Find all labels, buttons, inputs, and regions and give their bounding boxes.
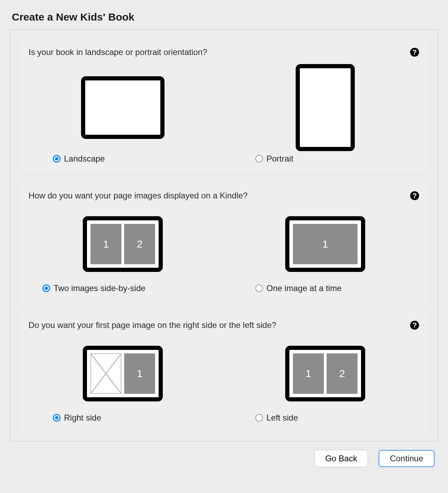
firstpage-question: Do you want your first page image on the… — [29, 320, 419, 330]
radio-dot — [53, 155, 61, 163]
right-side-illustration[interactable]: 1 — [83, 341, 163, 407]
svg-text:?: ? — [413, 48, 417, 56]
page-tile-1: 1 — [293, 224, 358, 264]
landscape-illustration[interactable] — [81, 68, 165, 148]
device-frame: 1 — [83, 346, 163, 401]
radio-label: Two images side-by-side — [54, 283, 145, 293]
radio-dot — [255, 284, 263, 292]
radio-landscape[interactable]: Landscape — [29, 154, 105, 164]
left-side-illustration[interactable]: 1 2 — [285, 341, 365, 407]
svg-text:?: ? — [413, 321, 417, 329]
radio-label: Right side — [64, 413, 101, 423]
help-icon[interactable]: ? — [410, 320, 419, 330]
page-tile-1: 1 — [124, 353, 155, 394]
device-frame: 1 2 — [83, 216, 163, 272]
option-one-image: 1 One image at a time — [231, 211, 419, 293]
two-images-illustration[interactable]: 1 2 — [83, 211, 163, 277]
radio-label: One image at a time — [266, 283, 342, 293]
option-landscape: Landscape — [29, 68, 217, 164]
page-title: Create a New Kids' Book — [12, 11, 438, 23]
continue-button[interactable]: Continue — [378, 450, 435, 467]
page-tile-1: 1 — [90, 224, 121, 264]
orientation-question: Is your book in landscape or portrait or… — [29, 47, 419, 57]
device-frame-portrait — [296, 64, 355, 151]
radio-right-side[interactable]: Right side — [29, 413, 101, 423]
one-image-illustration[interactable]: 1 — [285, 211, 365, 277]
portrait-illustration[interactable] — [296, 68, 355, 148]
option-portrait: Portrait — [231, 68, 419, 164]
button-row: Go Back Continue — [10, 450, 438, 467]
display-question: How do you want your page images display… — [29, 191, 419, 201]
radio-dot — [255, 414, 263, 422]
option-right-side: 1 Right side — [29, 341, 217, 423]
radio-two-images[interactable]: Two images side-by-side — [29, 283, 145, 293]
radio-label: Landscape — [64, 154, 105, 164]
window: Create a New Kids' Book Is your book in … — [0, 0, 448, 474]
go-back-button[interactable]: Go Back — [314, 450, 368, 467]
page-tile-2: 2 — [327, 353, 358, 394]
main-panel: Is your book in landscape or portrait or… — [10, 29, 438, 441]
page-tile-1: 1 — [293, 353, 324, 394]
option-two-images: 1 2 Two images side-by-side — [29, 211, 217, 293]
section-firstpage: Do you want your first page image on the… — [18, 310, 430, 433]
svg-text:?: ? — [413, 191, 417, 199]
radio-dot — [255, 155, 263, 163]
device-frame: 1 2 — [285, 346, 365, 401]
orientation-options: Landscape Portrait — [29, 68, 419, 164]
section-display: How do you want your page images display… — [18, 181, 430, 304]
radio-portrait[interactable]: Portrait — [231, 154, 293, 164]
display-options: 1 2 Two images side-by-side 1 — [29, 211, 419, 293]
radio-label: Portrait — [266, 154, 293, 164]
radio-left-side[interactable]: Left side — [231, 413, 298, 423]
device-frame-landscape — [81, 76, 165, 139]
radio-dot — [53, 414, 61, 422]
page-tile-2: 2 — [124, 224, 155, 264]
section-orientation: Is your book in landscape or portrait or… — [18, 37, 430, 174]
help-icon[interactable]: ? — [410, 47, 419, 57]
empty-page-crossed — [90, 353, 121, 394]
device-frame: 1 — [285, 216, 365, 272]
help-icon[interactable]: ? — [410, 191, 419, 201]
radio-one-image[interactable]: One image at a time — [231, 283, 342, 293]
option-left-side: 1 2 Left side — [231, 341, 419, 423]
radio-dot — [42, 284, 50, 292]
radio-label: Left side — [266, 413, 298, 423]
firstpage-options: 1 Right side 1 2 — [29, 341, 419, 423]
